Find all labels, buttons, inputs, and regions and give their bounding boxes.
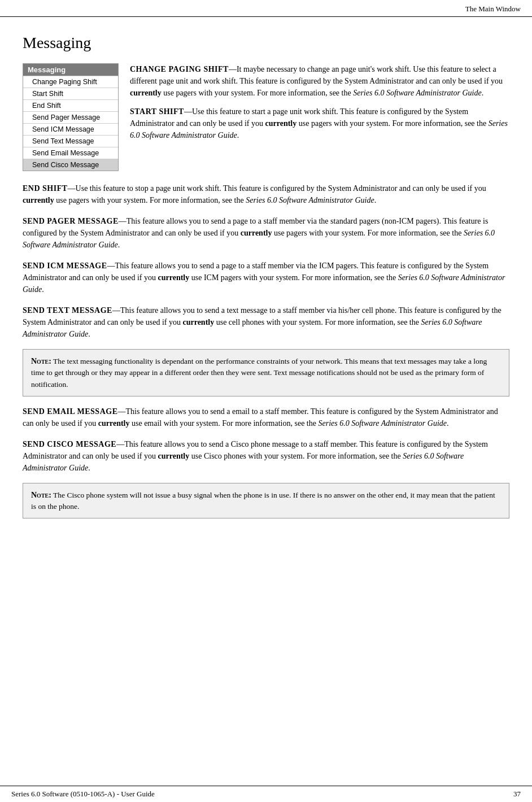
note2-text: The Cisco phone system will not issue a … bbox=[31, 491, 495, 511]
end-shift-section: END SHIFT—Use this feature to stop a pag… bbox=[23, 182, 509, 206]
send-text-term: SEND TEXT MESSAGE bbox=[23, 306, 112, 315]
main-content: Messaging Messaging Change Paging Shift … bbox=[0, 17, 532, 550]
send-icm-bold: currently bbox=[158, 273, 190, 282]
send-pager-section: SEND PAGER MESSAGE—This feature allows y… bbox=[23, 215, 509, 251]
sidebar-item-send-email-message[interactable]: Send Email Message bbox=[23, 147, 118, 159]
send-icm-term: SEND ICM MESSAGE bbox=[23, 261, 107, 270]
change-paging-shift-bold: currently bbox=[130, 89, 162, 97]
sidebar-item-change-paging-shift[interactable]: Change Paging Shift bbox=[23, 76, 118, 88]
page-container: The Main Window Messaging Messaging Chan… bbox=[0, 0, 532, 802]
send-cisco-section: SEND CISCO MESSAGE—This feature allows y… bbox=[23, 438, 509, 474]
note1-label: Note: bbox=[31, 357, 51, 365]
page-header: The Main Window bbox=[0, 0, 532, 17]
intro-section: Messaging Change Paging Shift Start Shif… bbox=[23, 63, 509, 171]
change-paging-shift-end: . bbox=[482, 89, 484, 97]
sidebar-item-send-cisco-message[interactable]: Send Cisco Message bbox=[23, 159, 118, 171]
send-cisco-text2: use Cisco phones with your system. For m… bbox=[189, 452, 403, 460]
send-text-bold: currently bbox=[182, 318, 214, 326]
send-pager-text2: use pagers with your system. For more in… bbox=[272, 229, 463, 237]
change-paging-shift-term: CHANGE PAGING SHIFT bbox=[130, 65, 229, 73]
header-title: The Main Window bbox=[465, 5, 521, 13]
change-paging-shift-italic: Series 6.0 Software Administrator Guide bbox=[353, 89, 482, 97]
page-footer: Series 6.0 Software (0510-1065-A) - User… bbox=[0, 786, 532, 802]
footer-left: Series 6.0 Software (0510-1065-A) - User… bbox=[11, 790, 155, 799]
start-shift-end: . bbox=[237, 131, 239, 140]
sidebar-menu: Messaging Change Paging Shift Start Shif… bbox=[23, 63, 119, 171]
start-shift-term: START SHIFT bbox=[130, 107, 184, 116]
start-shift-bold: currently bbox=[265, 119, 297, 128]
note-box-1: Note: The text messaging functionality i… bbox=[23, 349, 509, 396]
send-text-section: SEND TEXT MESSAGE—This feature allows yo… bbox=[23, 304, 509, 340]
send-cisco-bold: currently bbox=[158, 452, 190, 460]
send-pager-bold: currently bbox=[241, 229, 272, 237]
send-email-italic: Series 6.0 Software Administrator Guide bbox=[318, 419, 447, 428]
sidebar-item-end-shift[interactable]: End Shift bbox=[23, 99, 118, 111]
send-email-bold: currently bbox=[98, 419, 130, 428]
send-email-text2: use email with your system. For more inf… bbox=[129, 419, 318, 428]
change-paging-shift-para: CHANGE PAGING SHIFT—It maybe necessary t… bbox=[130, 63, 509, 99]
sidebar-menu-header: Messaging bbox=[23, 64, 118, 76]
send-icm-text2: use ICM pagers with your system. For mor… bbox=[189, 273, 398, 282]
send-pager-term: SEND PAGER MESSAGE bbox=[23, 217, 119, 225]
send-email-term: SEND EMAIL MESSAGE bbox=[23, 407, 117, 416]
intro-text: CHANGE PAGING SHIFT—It maybe necessary t… bbox=[130, 63, 509, 171]
change-paging-shift-text2: use pagers with your system. For more in… bbox=[162, 89, 353, 97]
send-email-section: SEND EMAIL MESSAGE—This feature allows y… bbox=[23, 406, 509, 429]
footer-right: 37 bbox=[513, 790, 521, 799]
note-box-2: Note: The Cisco phone system will not is… bbox=[23, 483, 509, 519]
start-shift-text2: use pagers with your system. For more in… bbox=[296, 119, 488, 128]
end-shift-term: END SHIFT bbox=[23, 184, 68, 193]
start-shift-para: START SHIFT—Use this feature to start a … bbox=[130, 106, 509, 141]
send-text-text2: use cell phones with your system. For mo… bbox=[214, 318, 421, 326]
sidebar-item-start-shift[interactable]: Start Shift bbox=[23, 88, 118, 99]
end-shift-bold: currently bbox=[23, 196, 54, 204]
send-icm-section: SEND ICM MESSAGE—This feature allows you… bbox=[23, 260, 509, 295]
section-title: Messaging bbox=[23, 34, 509, 52]
end-shift-text2: use pagers with your system. For more in… bbox=[54, 196, 246, 204]
sidebar-item-send-pager-message[interactable]: Send Pager Message bbox=[23, 111, 118, 123]
send-cisco-term: SEND CISCO MESSAGE bbox=[23, 440, 116, 448]
end-shift-text: —Use this feature to stop a page unit wo… bbox=[68, 184, 486, 193]
note2-label: Note: bbox=[31, 491, 51, 499]
note1-text: The text messaging functionality is depe… bbox=[31, 357, 487, 389]
sidebar-item-send-text-message[interactable]: Send Text Message bbox=[23, 135, 118, 147]
end-shift-italic: Series 6.0 Software Administrator Guide bbox=[246, 196, 374, 204]
sidebar-item-send-icm-message[interactable]: Send ICM Message bbox=[23, 123, 118, 135]
